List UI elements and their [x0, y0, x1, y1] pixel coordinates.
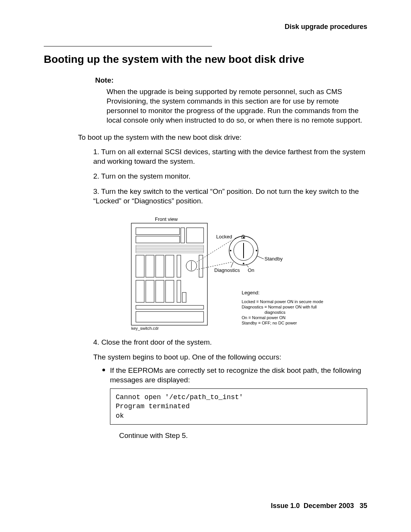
svg-rect-2 — [136, 236, 180, 243]
svg-rect-25 — [136, 312, 204, 322]
step-number: 1. — [93, 148, 99, 156]
continue-text: Continue with Step 5. — [119, 431, 367, 440]
legend-locked: Locked = Normal power ON in secure mode — [242, 299, 323, 304]
step-number: 4. — [93, 338, 99, 346]
svg-rect-12 — [156, 255, 164, 277]
svg-rect-14 — [177, 255, 181, 277]
bullet-text: If the EEPROMs are correctly set to reco… — [110, 366, 361, 384]
key-switch-diagram-icon: Locked Standby Diagnostics On Front view… — [127, 216, 333, 331]
svg-point-33 — [256, 250, 257, 251]
label-locked: Locked — [216, 234, 232, 240]
svg-rect-0 — [131, 223, 207, 325]
step-4-sub: The system begins to boot up. One of the… — [93, 352, 367, 362]
svg-line-37 — [257, 256, 264, 259]
legend-title: Legend: — [242, 290, 260, 296]
svg-rect-3 — [181, 228, 185, 243]
svg-line-36 — [235, 236, 242, 238]
legend-on: On = Normal power ON — [242, 315, 285, 320]
code-output: Cannot open '/etc/path_to_inst' Program … — [110, 388, 367, 425]
label-standby: Standby — [264, 256, 283, 262]
step-number: 3. — [93, 187, 99, 195]
svg-rect-20 — [156, 280, 164, 302]
label-on: On — [248, 267, 254, 273]
svg-point-31 — [243, 237, 244, 238]
key-switch-figure: Locked Standby Diagnostics On Front view… — [93, 216, 367, 331]
header-section: Disk upgrade procedures — [44, 23, 367, 31]
title-rule — [44, 46, 212, 46]
svg-rect-18 — [136, 280, 144, 302]
svg-rect-11 — [146, 255, 154, 277]
bullet-eeprom: If the EEPROMs are correctly set to reco… — [102, 366, 367, 440]
page-title: Booting up the system with the new boot … — [44, 53, 367, 66]
figure-caption: key_switch.cdr — [131, 326, 159, 331]
footer-page: 35 — [360, 502, 367, 510]
step-text: Close the front door of the system. — [101, 338, 212, 346]
step-1: 1. Turn on all external SCSI devices, st… — [93, 147, 367, 166]
page-content: Disk upgrade procedures Booting up the s… — [0, 0, 411, 468]
svg-rect-17 — [199, 255, 203, 277]
step-text: Turn on the system monitor. — [101, 172, 191, 180]
svg-line-26 — [197, 240, 232, 262]
label-front-view: Front view — [155, 216, 178, 222]
svg-rect-1 — [136, 228, 180, 235]
footer-date: December 2003 — [304, 502, 354, 510]
note-label: Note: — [95, 76, 367, 85]
svg-rect-5 — [136, 245, 204, 253]
svg-rect-10 — [136, 255, 144, 277]
intro-text: To boot up the system with the new boot … — [78, 133, 367, 142]
step-text: Turn on all external SCSI devices, start… — [93, 148, 365, 165]
label-diagnostics: Diagnostics — [214, 267, 240, 273]
page-footer: Issue 1.0 December 2003 35 — [271, 502, 367, 510]
step-3: 3. Turn the key switch to the vertical “… — [93, 187, 367, 331]
svg-rect-23 — [182, 292, 186, 302]
svg-line-38 — [231, 262, 233, 267]
svg-rect-4 — [186, 228, 204, 243]
legend-diag2: diagnostics — [264, 310, 286, 315]
note-body: When the upgrade is being supported by r… — [107, 87, 367, 125]
step-number: 2. — [93, 172, 99, 180]
svg-rect-19 — [146, 280, 154, 302]
svg-rect-22 — [177, 280, 181, 302]
step-text: Turn the key switch to the vertical “On”… — [93, 187, 359, 205]
step-4-bullets: If the EEPROMs are correctly set to reco… — [102, 366, 367, 440]
step-4: 4. Close the front door of the system. T… — [93, 337, 367, 440]
svg-point-34 — [243, 263, 244, 264]
footer-issue: Issue 1.0 — [271, 502, 300, 510]
svg-rect-13 — [166, 255, 174, 277]
legend-standby: Standby = OFF; no DC power — [242, 321, 297, 325]
svg-rect-24 — [136, 305, 204, 309]
steps-list: 1. Turn on all external SCSI devices, st… — [93, 147, 367, 440]
svg-rect-21 — [166, 280, 174, 302]
note-block: Note: When the upgrade is being supporte… — [95, 76, 367, 125]
svg-point-35 — [230, 250, 231, 251]
legend-diag: Diagnostics = Normal power ON with full — [242, 305, 317, 309]
step-2: 2. Turn on the system monitor. — [93, 171, 367, 181]
